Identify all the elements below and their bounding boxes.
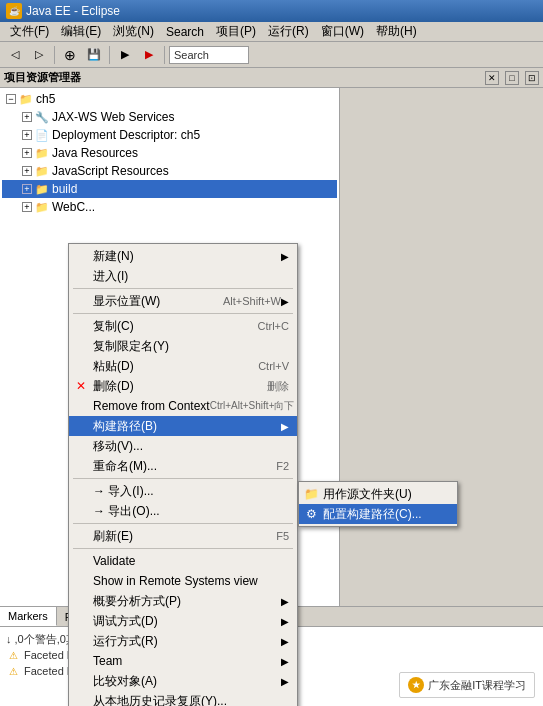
ctx-restore-label: 从本地历史记录复原(Y)... [93, 693, 289, 707]
tree-expand-build[interactable]: + [22, 184, 32, 194]
tree-expand-root[interactable]: − [6, 94, 16, 104]
ctx-copy-shortcut: Ctrl+C [258, 320, 289, 332]
problem-icon-2: ⚠ [6, 664, 20, 678]
tree-js-icon: 📁 [34, 163, 50, 179]
tb-back[interactable]: ◁ [4, 45, 26, 65]
ctx-refresh-label: 刷新(E) [93, 528, 276, 545]
ctx-showloc-label: 显示位置(W) [93, 293, 223, 310]
submenu-item-configure[interactable]: ⚙ 配置构建路径(C)... [299, 504, 457, 524]
ctx-new-label: 新建(N) [93, 248, 281, 265]
btab-markers[interactable]: Markers [0, 607, 57, 626]
ctx-validate[interactable]: Validate [69, 551, 297, 571]
ctx-new[interactable]: 新建(N) ▶ [69, 246, 297, 266]
ctx-removectx-shortcut: Ctrl+Alt+Shift+向下 [210, 399, 295, 413]
ctx-showremote[interactable]: Show in Remote Systems view [69, 571, 297, 591]
ctx-rename[interactable]: 重命名(M)... F2 [69, 456, 297, 476]
panel-minimize-btn[interactable]: □ [505, 71, 519, 85]
ctx-debug-label: 调试方式(D) [93, 613, 281, 630]
tree-item-build[interactable]: + 📁 build [2, 180, 337, 198]
ctx-import-label: → 导入(I)... [93, 483, 289, 500]
tree-expand-webc[interactable]: + [22, 202, 32, 212]
menu-search[interactable]: Search [160, 23, 210, 41]
menu-edit[interactable]: 编辑(E) [55, 21, 107, 42]
ctx-runmode-label: 运行方式(R) [93, 633, 281, 650]
ctx-team[interactable]: Team ▶ [69, 651, 297, 671]
search-placeholder: Search [174, 49, 209, 61]
ctx-paste[interactable]: 粘贴(D) Ctrl+V [69, 356, 297, 376]
panel-maximize-btn[interactable]: ⊡ [525, 71, 539, 85]
ctx-refresh[interactable]: 刷新(E) F5 [69, 526, 297, 546]
tree-item-webc[interactable]: + 📁 WebC... [2, 198, 337, 216]
ctx-enter[interactable]: 进入(I) [69, 266, 297, 286]
tree-item-descriptor[interactable]: + 📄 Deployment Descriptor: ch5 [2, 126, 337, 144]
ctx-move[interactable]: 移动(V)... [69, 436, 297, 456]
ctx-rename-label: 重命名(M)... [93, 458, 276, 475]
ctx-removectx[interactable]: Remove from Context Ctrl+Alt+Shift+向下 [69, 396, 297, 416]
tree-jaxws-icon: 🔧 [34, 109, 50, 125]
tb-save[interactable]: 💾 [83, 45, 105, 65]
problem-icon-1: ⚠ [6, 648, 20, 662]
tb-sep-2 [109, 46, 110, 64]
ctx-compare-label: 比较对象(A) [93, 673, 281, 690]
ctx-compare-arrow: ▶ [281, 676, 289, 687]
ctx-copy-label: 复制(C) [93, 318, 258, 335]
watermark-icon: ★ [408, 677, 424, 693]
tb-run[interactable]: ▶ [114, 45, 136, 65]
ctx-enter-label: 进入(I) [93, 268, 289, 285]
ctx-sep-5 [73, 548, 293, 549]
tree-item-js[interactable]: + 📁 JavaScript Resources [2, 162, 337, 180]
menu-browse[interactable]: 浏览(N) [107, 21, 160, 42]
tree-build-label: build [52, 182, 77, 196]
submenu-configure-icon: ⚙ [303, 506, 319, 522]
watermark-text: 广东金融IT课程学习 [428, 678, 526, 693]
menu-help[interactable]: 帮助(H) [370, 21, 423, 42]
ctx-buildpath-label: 构建路径(B) [93, 418, 281, 435]
menu-run[interactable]: 运行(R) [262, 21, 315, 42]
ctx-sep-2 [73, 313, 293, 314]
ctx-showloc[interactable]: 显示位置(W) Alt+Shift+W ▶ [69, 291, 297, 311]
menu-file[interactable]: 文件(F) [4, 21, 55, 42]
tb-forward[interactable]: ▷ [28, 45, 50, 65]
menu-bar: 文件(F) 编辑(E) 浏览(N) Search 项目(P) 运行(R) 窗口(… [0, 22, 543, 42]
ctx-buildpath-arrow: ▶ [281, 421, 289, 432]
ctx-profile-arrow: ▶ [281, 596, 289, 607]
ctx-restore[interactable]: 从本地历史记录复原(Y)... [69, 691, 297, 706]
ctx-delete[interactable]: ✕ 删除(D) 删除 [69, 376, 297, 396]
tree-item-jaxws[interactable]: + 🔧 JAX-WS Web Services [2, 108, 337, 126]
tree-expand-descriptor[interactable]: + [22, 130, 32, 140]
tree-item-java[interactable]: + 📁 Java Resources [2, 144, 337, 162]
ctx-export-label: → 导出(O)... [93, 503, 289, 520]
submenu-item-srcfolder[interactable]: 📁 用作源文件夹(U) [299, 484, 457, 504]
panel-header: 项目资源管理器 ✕ □ ⊡ [0, 68, 543, 88]
ctx-rename-shortcut: F2 [276, 460, 289, 472]
ctx-runmode[interactable]: 运行方式(R) ▶ [69, 631, 297, 651]
ctx-copyname[interactable]: 复制限定名(Y) [69, 336, 297, 356]
title-bar: ☕ Java EE - Eclipse [0, 0, 543, 22]
tb-new[interactable]: ⊕ [59, 45, 81, 65]
tb-debug[interactable]: ▶ [138, 45, 160, 65]
panel-close-btn[interactable]: ✕ [485, 71, 499, 85]
ctx-profile[interactable]: 概要分析方式(P) ▶ [69, 591, 297, 611]
ctx-import[interactable]: → 导入(I)... [69, 481, 297, 501]
tree-root[interactable]: − 📁 ch5 [2, 90, 337, 108]
tree-expand-java[interactable]: + [22, 148, 32, 158]
ctx-debug[interactable]: 调试方式(D) ▶ [69, 611, 297, 631]
ctx-copy[interactable]: 复制(C) Ctrl+C [69, 316, 297, 336]
tree-expand-jaxws[interactable]: + [22, 112, 32, 122]
tree-descriptor-icon: 📄 [34, 127, 50, 143]
menu-window[interactable]: 窗口(W) [315, 21, 370, 42]
search-box[interactable]: Search [169, 46, 249, 64]
menu-project[interactable]: 项目(P) [210, 21, 262, 42]
ctx-buildpath[interactable]: 构建路径(B) ▶ [69, 416, 297, 436]
submenu-folder-icon: 📁 [303, 486, 319, 502]
ctx-sep-3 [73, 478, 293, 479]
tree-webc-label: WebC... [52, 200, 95, 214]
tree-expand-js[interactable]: + [22, 166, 32, 176]
ctx-export[interactable]: → 导出(O)... [69, 501, 297, 521]
ctx-showloc-arrow: ▶ [281, 296, 289, 307]
ctx-removectx-label: Remove from Context [93, 399, 210, 413]
ctx-delete-icon: ✕ [73, 378, 89, 394]
ctx-paste-shortcut: Ctrl+V [258, 360, 289, 372]
ctx-sep-1 [73, 288, 293, 289]
ctx-compare[interactable]: 比较对象(A) ▶ [69, 671, 297, 691]
